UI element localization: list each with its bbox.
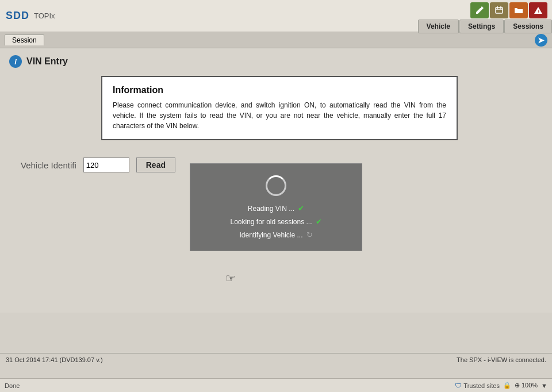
- spinner-icon: [266, 175, 286, 196]
- nav-buttons: Vehicle Settings Sessions: [418, 20, 552, 33]
- pencil-icon[interactable]: [470, 2, 489, 18]
- browser-bar: Done 🛡 Trusted sites 🔒 ⊕ 100% ▼: [0, 378, 552, 392]
- loading-spin-icon: ↻: [306, 230, 313, 239]
- logo-area: SDD TOPIx: [6, 10, 55, 22]
- session-close-icon[interactable]: ➤: [535, 34, 547, 47]
- status-bar: 31 Oct 2014 17:41 (DVD139.07 v.) The SPX…: [0, 353, 552, 366]
- folder-icon[interactable]: [509, 2, 528, 18]
- status-row-2: Looking for old sessions ... ✔: [230, 217, 321, 226]
- svg-text:!: !: [538, 9, 540, 14]
- shield-icon: 🛡: [455, 382, 462, 390]
- vehicle-button[interactable]: Vehicle: [418, 20, 459, 33]
- info-box-title: Information: [113, 85, 446, 95]
- timestamp-label: 31 Oct 2014 17:41 (DVD139.07 v.): [6, 356, 103, 363]
- vehicle-id-label: Vehicle Identifi: [21, 160, 76, 170]
- status-text-2: Looking for old sessions ...: [230, 218, 312, 226]
- zoom-label: ⊕ 100%: [515, 382, 538, 389]
- connection-status: The SPX - i-VIEW is connected.: [457, 356, 546, 363]
- sessions-button[interactable]: Sessions: [504, 20, 552, 33]
- lock-icon: 🔒: [503, 382, 511, 389]
- read-button[interactable]: Read: [136, 157, 175, 172]
- svg-rect-0: [496, 7, 503, 13]
- vehicle-id-input[interactable]: [83, 157, 129, 172]
- topix-label: TOPIx: [34, 11, 55, 20]
- check-icon-2: ✔: [316, 217, 322, 226]
- info-icon: i: [9, 55, 22, 68]
- vin-entry-header: i VIN Entry: [9, 55, 543, 68]
- sdd-logo: SDD: [6, 10, 29, 22]
- loading-popup: Reading VIN ... ✔ Looking for old sessio…: [190, 163, 362, 251]
- cursor-hand: ☞: [225, 271, 236, 285]
- trusted-sites-label: Trusted sites: [463, 382, 500, 389]
- calendar-icon[interactable]: [490, 2, 508, 18]
- info-box-text: Please connect communication device, and…: [113, 100, 446, 131]
- browser-right: 🛡 Trusted sites 🔒 ⊕ 100% ▼: [455, 382, 547, 390]
- check-icon-1: ✔: [298, 204, 304, 213]
- session-bar: Session ➤: [0, 32, 552, 48]
- session-tab[interactable]: Session: [5, 34, 44, 45]
- done-label: Done: [5, 382, 20, 389]
- settings-button[interactable]: Settings: [459, 20, 504, 33]
- trusted-sites: 🛡 Trusted sites: [455, 382, 500, 390]
- zoom-arrow[interactable]: ▼: [541, 382, 547, 389]
- status-row-3: Identifying Vehicle ... ↻: [239, 230, 312, 239]
- alert-icon[interactable]: !: [529, 2, 547, 18]
- top-bar: SDD TOPIx: [0, 0, 552, 32]
- information-box: Information Please connect communication…: [101, 76, 458, 140]
- status-row-1: Reading VIN ... ✔: [248, 204, 304, 213]
- status-text-1: Reading VIN ...: [248, 205, 294, 213]
- vin-entry-title: VIN Entry: [26, 56, 68, 67]
- top-right-icons: ! Vehicle Settings Sessions: [418, 0, 552, 33]
- toolbar-icons: !: [466, 0, 552, 20]
- main-content: i VIN Entry Information Please connect c…: [0, 48, 552, 313]
- status-text-3: Identifying Vehicle ...: [239, 231, 302, 239]
